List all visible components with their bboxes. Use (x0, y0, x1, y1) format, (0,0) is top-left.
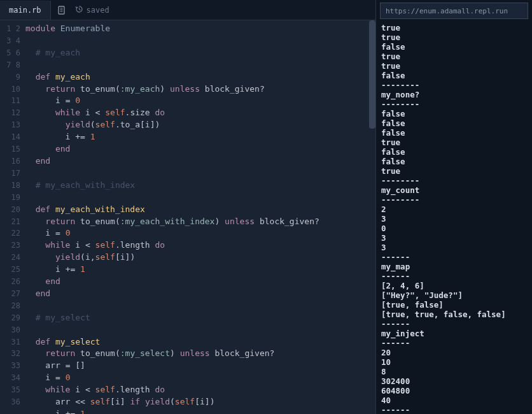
code-line[interactable]: # my_select (25, 312, 375, 324)
tab-main-rb[interactable]: main.rb (0, 1, 51, 20)
code-line[interactable]: i = 0 (25, 372, 375, 384)
vertical-scrollbar[interactable] (369, 20, 375, 129)
code-line[interactable] (25, 59, 375, 71)
code-line[interactable]: i += 1 (25, 264, 375, 276)
code-line[interactable]: return to_enum(:my_each) unless block_gi… (25, 83, 375, 96)
code-line[interactable]: return to_enum(:my_select) unless block_… (25, 348, 375, 360)
saved-status: saved (75, 5, 109, 15)
url-bar[interactable]: https://enum.adamall.repl.run (380, 3, 528, 19)
code-line[interactable]: i += 1 (25, 131, 375, 143)
code-line[interactable]: arr = [] (25, 360, 375, 372)
code-line[interactable]: yield(i,self[i]) (25, 252, 375, 264)
code-line[interactable]: i += 1 (25, 408, 375, 414)
code-line[interactable]: while i < self.size do (25, 107, 375, 119)
line-gutter: 1 2 3 4 5 6 7 8 9 10 11 12 13 14 15 16 1… (0, 20, 25, 414)
output-pane: https://enum.adamall.repl.run true true … (375, 0, 532, 414)
output-content[interactable]: true true false true true false --------… (376, 22, 532, 414)
code-line[interactable]: arr << self[i] if yield(self[i]) (25, 396, 375, 408)
tab-extras: saved (51, 5, 116, 15)
code-line[interactable] (25, 35, 375, 47)
tabs-bar: main.rb saved (0, 0, 375, 20)
code-line[interactable]: i = 0 (25, 95, 375, 107)
code-line[interactable] (25, 300, 375, 312)
code-line[interactable]: yield(self.to_a[i]) (25, 119, 375, 131)
code-line[interactable]: end (25, 276, 375, 288)
code-line[interactable]: def my_each (25, 71, 375, 83)
history-icon (75, 5, 83, 15)
saved-label: saved (87, 6, 109, 15)
svg-line-5 (79, 9, 80, 10)
code-line[interactable]: def my_each_with_index (25, 204, 375, 216)
code-line[interactable]: module Enumerable (25, 23, 375, 35)
app-container: main.rb saved 1 2 3 4 5 6 7 8 9 10 11 12… (0, 0, 532, 414)
code-line[interactable] (25, 324, 375, 336)
code-line[interactable]: end (25, 143, 375, 155)
code-line[interactable]: while i < self.length do (25, 384, 375, 396)
code-line[interactable]: end (25, 155, 375, 168)
code-area[interactable]: 1 2 3 4 5 6 7 8 9 10 11 12 13 14 15 16 1… (0, 20, 375, 414)
code-line[interactable]: return to_enum(:my_each_with_index) unle… (25, 216, 375, 228)
code-line[interactable]: end (25, 288, 375, 300)
code-line[interactable] (25, 192, 375, 204)
new-file-icon[interactable] (57, 6, 66, 15)
code-content[interactable]: module Enumerable # my_each def my_each … (25, 20, 375, 414)
editor-pane: main.rb saved 1 2 3 4 5 6 7 8 9 10 11 12… (0, 0, 375, 414)
code-line[interactable]: i = 0 (25, 227, 375, 239)
code-line[interactable] (25, 168, 375, 180)
code-line[interactable]: # my_each_with_index (25, 180, 375, 192)
code-line[interactable]: def my_select (25, 336, 375, 348)
code-line[interactable]: while i < self.length do (25, 239, 375, 252)
code-line[interactable]: # my_each (25, 47, 375, 59)
